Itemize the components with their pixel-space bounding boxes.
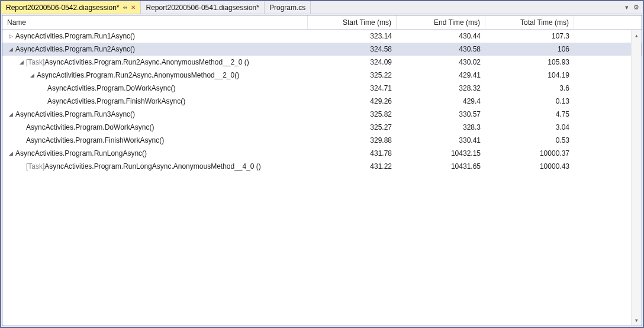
cell-name: AsyncActivities.Program.DoWorkAsync()	[2, 82, 308, 95]
cell-start: 324.58	[308, 43, 397, 56]
cell-total: 10000.37	[485, 147, 574, 160]
scroll-down-icon[interactable]: ▾	[632, 315, 641, 325]
row-name: AsyncActivities.Program.Run2Async()	[15, 45, 135, 53]
cell-start: 324.71	[308, 82, 397, 95]
cell-start: 329.88	[308, 134, 397, 147]
col-name[interactable]: Name	[2, 15, 308, 29]
cell-end: 330.41	[397, 134, 485, 147]
results-grid: Name Start Time (ms) End Time (ms) Total…	[2, 15, 642, 326]
cell-total: 0.53	[485, 134, 574, 147]
cell-start: 431.78	[308, 147, 397, 160]
row-name: AsyncActivities.Program.RunLongAsync()	[15, 149, 147, 157]
cell-total: 104.19	[485, 69, 574, 82]
cell-end: 430.58	[397, 43, 485, 56]
cell-name: ◢AsyncActivities.Program.Run3Async()	[2, 108, 308, 121]
cell-total: 107.3	[485, 30, 574, 43]
cell-total: 3.6	[485, 82, 574, 95]
cell-name: ◢AsyncActivities.Program.Run2Async.Anony…	[2, 69, 308, 82]
cell-end: 430.02	[397, 56, 485, 69]
cell-end: 10431.65	[397, 160, 485, 173]
cell-total: 105.93	[485, 56, 574, 69]
tab-label: Program.cs	[269, 4, 305, 12]
cell-end: 328.32	[397, 82, 485, 95]
task-tag: [Task]	[26, 162, 44, 171]
cell-end: 429.41	[397, 69, 485, 82]
cell-start: 431.22	[308, 160, 397, 173]
cell-start: 325.82	[308, 108, 397, 121]
cell-start: 323.14	[308, 30, 397, 43]
cell-start: 324.09	[308, 56, 397, 69]
table-row[interactable]: ◢[Task] AsyncActivities.Program.Run2Asyn…	[2, 56, 642, 69]
scroll-up-icon[interactable]: ▴	[632, 30, 641, 40]
task-tag: [Task]	[26, 58, 44, 66]
row-name: AsyncActivities.Program.Run3Async()	[15, 110, 135, 118]
col-end[interactable]: End Time (ms)	[397, 15, 485, 29]
cell-name: AsyncActivities.Program.DoWorkAsync()	[2, 121, 308, 134]
grid-header: Name Start Time (ms) End Time (ms) Total…	[2, 15, 642, 30]
row-name: AsyncActivities.Program.FinishWorkAsync(…	[26, 136, 164, 144]
cell-end: 10432.15	[397, 147, 485, 160]
cell-name: AsyncActivities.Program.FinishWorkAsync(…	[2, 95, 308, 108]
cell-end: 430.44	[397, 30, 485, 43]
col-start[interactable]: Start Time (ms)	[308, 15, 397, 29]
tabstrip-controls: ▾ ⚙	[622, 1, 643, 14]
table-row[interactable]: AsyncActivities.Program.FinishWorkAsync(…	[2, 134, 642, 147]
table-row[interactable]: ◢AsyncActivities.Program.Run2Async.Anony…	[2, 69, 642, 82]
cell-total: 106	[485, 43, 574, 56]
cell-name: ◢[Task] AsyncActivities.Program.Run2Asyn…	[2, 56, 308, 69]
chevron-right-icon[interactable]: ▷	[7, 33, 14, 39]
tab-dropdown-icon[interactable]: ▾	[625, 4, 629, 11]
cell-start: 325.22	[308, 69, 397, 82]
row-name: AsyncActivities.Program.Run2Async.Anonym…	[44, 58, 249, 66]
cell-name: AsyncActivities.Program.FinishWorkAsync(…	[2, 134, 308, 147]
cell-name: [Task] AsyncActivities.Program.RunLongAs…	[2, 160, 308, 173]
tab-report-0541[interactable]: Report20200506-0541.diagsession*	[141, 1, 264, 14]
tab-report-0542[interactable]: Report20200506-0542.diagsession* ⇴ ✕	[1, 1, 141, 14]
row-name: AsyncActivities.Program.Run2Async.Anonym…	[37, 71, 239, 79]
tab-strip: Report20200506-0542.diagsession* ⇴ ✕ Rep…	[1, 1, 643, 14]
vertical-scrollbar[interactable]: ▴ ▾	[631, 30, 641, 325]
tab-label: Report20200506-0542.diagsession*	[6, 4, 119, 12]
cell-end: 330.57	[397, 108, 485, 121]
row-name: AsyncActivities.Program.Run1Async()	[15, 32, 135, 40]
table-row[interactable]: ◢AsyncActivities.Program.RunLongAsync()4…	[2, 147, 642, 160]
gear-icon[interactable]: ⚙	[633, 4, 639, 11]
grid-body: ▷AsyncActivities.Program.Run1Async()323.…	[2, 30, 642, 326]
cell-end: 328.3	[397, 121, 485, 134]
cell-name: ▷AsyncActivities.Program.Run1Async()	[2, 30, 308, 43]
window: Report20200506-0542.diagsession* ⇴ ✕ Rep…	[1, 1, 643, 327]
chevron-down-icon[interactable]: ◢	[18, 59, 25, 65]
table-row[interactable]: [Task] AsyncActivities.Program.RunLongAs…	[2, 160, 642, 173]
cell-total: 4.75	[485, 108, 574, 121]
cell-name: ◢AsyncActivities.Program.RunLongAsync()	[2, 147, 308, 160]
table-row[interactable]: ◢AsyncActivities.Program.Run3Async()325.…	[2, 108, 642, 121]
cell-start: 325.27	[308, 121, 397, 134]
table-row[interactable]: AsyncActivities.Program.DoWorkAsync()325…	[2, 121, 642, 134]
cell-total: 10000.43	[485, 160, 574, 173]
col-total[interactable]: Total Time (ms)	[485, 15, 574, 29]
chevron-down-icon[interactable]: ◢	[28, 72, 36, 78]
chevron-down-icon[interactable]: ◢	[7, 46, 14, 52]
row-name: AsyncActivities.Program.RunLongAsync.Ano…	[44, 162, 261, 171]
cell-name: ◢AsyncActivities.Program.Run2Async()	[2, 43, 308, 56]
row-name: AsyncActivities.Program.DoWorkAsync()	[26, 123, 154, 131]
tab-label: Report20200506-0541.diagsession*	[146, 4, 259, 12]
table-row[interactable]: ◢AsyncActivities.Program.Run2Async()324.…	[2, 43, 642, 56]
cell-total: 0.13	[485, 95, 574, 108]
row-name: AsyncActivities.Program.FinishWorkAsync(…	[47, 97, 185, 105]
row-name: AsyncActivities.Program.DoWorkAsync()	[47, 84, 176, 92]
chevron-down-icon[interactable]: ◢	[7, 111, 14, 117]
table-row[interactable]: AsyncActivities.Program.DoWorkAsync()324…	[2, 82, 642, 95]
chevron-down-icon[interactable]: ◢	[7, 150, 14, 156]
table-row[interactable]: ▷AsyncActivities.Program.Run1Async()323.…	[2, 30, 642, 43]
cell-total: 3.04	[485, 121, 574, 134]
cell-end: 429.4	[397, 95, 485, 108]
cell-start: 429.26	[308, 95, 397, 108]
tab-program-cs[interactable]: Program.cs	[265, 1, 311, 14]
close-icon[interactable]: ✕	[131, 4, 136, 11]
table-row[interactable]: AsyncActivities.Program.FinishWorkAsync(…	[2, 95, 642, 108]
pin-icon[interactable]: ⇴	[123, 4, 127, 11]
